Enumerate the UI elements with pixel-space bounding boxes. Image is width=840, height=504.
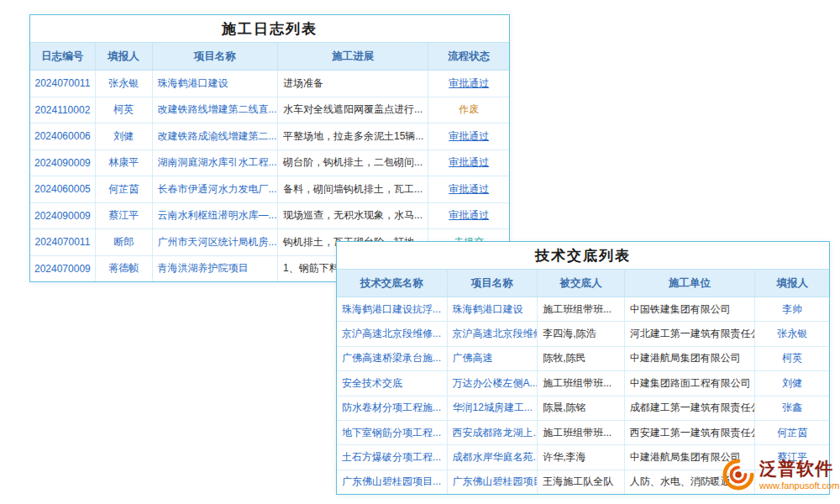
disclosure-reporter-cell: 张永银 (755, 322, 829, 345)
log-status-badge[interactable]: 审批通过 (428, 71, 509, 97)
disclosure-project-link[interactable]: 华润12城房建工... (448, 396, 538, 420)
disclosure-reporter-cell: 刘健 (755, 371, 829, 395)
log-table-row[interactable]: 2024060005 何芷茵 长春市伊通河水力发电厂... 备料，砌间墙钩机排土… (30, 176, 509, 203)
disclosure-receiver-cell: 施工班组带班... (538, 421, 625, 444)
disclosure-header-name: 技术交底名称 (337, 270, 448, 297)
fanpu-logo[interactable]: 泛普软件 www.fanpusoft.com (722, 459, 839, 491)
disclosure-name-link[interactable]: 京沪高速北京段维修... (337, 322, 448, 345)
log-id-cell: 2024090009 (30, 203, 96, 229)
disclosure-name-link[interactable]: 防水卷材分项工程施... (337, 396, 448, 420)
construction-log-title: 施工日志列表 (30, 15, 509, 43)
log-progress-cell: 现场巡查，无积水现象，水马... (278, 203, 428, 229)
log-id-cell: 2024070009 (30, 256, 96, 282)
log-table-row[interactable]: 2024090009 蔡江平 云南水利枢纽潜明水库—... 现场巡查，无积水现象… (30, 203, 509, 230)
disclosure-receiver-cell: 陈晨,陈铭 (538, 396, 625, 420)
log-reporter-cell: 张永银 (96, 71, 153, 97)
log-header-reporter: 填报人 (96, 43, 153, 70)
disclosure-name-link[interactable]: 广东佛山碧桂园项目... (337, 470, 448, 494)
disclosure-reporter-cell: 李帅 (755, 297, 829, 321)
log-status-badge[interactable]: 审批通过 (428, 176, 509, 202)
disclosure-project-link[interactable]: 西安成都路龙湖上... (448, 421, 538, 444)
disclosure-name-link[interactable]: 广佛高速桥梁承台施... (337, 347, 448, 370)
disclosure-unit-cell: 河北建工第一建筑有限责任公司 (625, 322, 755, 345)
log-id-cell: 2024060005 (30, 176, 96, 202)
disclosure-receiver-cell: 李四海,陈浩 (538, 322, 625, 345)
log-project-link[interactable]: 湖南洞庭湖水库引水工程... (153, 150, 278, 176)
disclosure-reporter-cell: 张鑫 (755, 396, 829, 420)
log-reporter-cell: 何芷茵 (96, 176, 153, 202)
disclosure-unit-cell: 中建集团路面工程有限公司 (625, 371, 755, 395)
log-status-badge[interactable]: 审批通过 (428, 123, 509, 150)
disclosure-project-link[interactable]: 京沪高速北京段维修 (448, 322, 538, 345)
log-project-link[interactable]: 改建铁路线增建第二线直... (153, 97, 278, 123)
log-table-row[interactable]: 2024110002 柯英 改建铁路线增建第二线直... 水车对全线遮阳网覆盖点… (30, 97, 509, 124)
log-project-link[interactable]: 青海洪湖养护院项目 (153, 256, 278, 282)
page: 施工日志列表 日志编号 填报人 项目名称 施工进展 流程状态 202407001… (0, 0, 840, 504)
log-project-link[interactable]: 广州市天河区统计局机房... (153, 229, 278, 255)
log-progress-cell: 进场准备 (278, 71, 428, 97)
disclosure-name-link[interactable]: 地下室钢筋分项工程... (337, 421, 448, 444)
fanpu-logo-icon (722, 459, 754, 491)
disclosure-table-row[interactable]: 安全技术交底 万达办公楼左侧A... 施工班组带班... 中建集团路面工程有限公… (337, 371, 829, 396)
log-header-status: 流程状态 (428, 43, 509, 70)
log-id-cell: 2024090009 (30, 150, 96, 176)
log-table-row[interactable]: 2024070011 张永银 珠海鹤港口建设 进场准备 审批通过 (30, 71, 509, 97)
disclosure-header-reporter: 填报人 (755, 270, 829, 297)
log-reporter-cell: 柯英 (96, 97, 153, 123)
disclosure-reporter-cell: 柯英 (755, 347, 829, 370)
disclosure-receiver-cell: 陈牧,陈民 (538, 347, 625, 370)
log-header-id: 日志编号 (30, 43, 96, 70)
log-reporter-cell: 蔡江平 (96, 203, 153, 229)
log-status-badge[interactable]: 审批通过 (428, 203, 509, 229)
fanpu-logo-text: 泛普软件 www.fanpusoft.com (759, 459, 839, 490)
technical-disclosure-panel: 技术交底列表 技术交底名称 项目名称 被交底人 施工单位 填报人 珠海鹤港口建设… (336, 241, 830, 495)
disclosure-receiver-cell: 许华,李海 (538, 445, 625, 469)
disclosure-table-row[interactable]: 珠海鹤港口建设抗浮... 珠海鹤港口建设 施工班组带班... 中国铁建集团有限公… (337, 297, 829, 322)
log-reporter-cell: 林康平 (96, 150, 153, 176)
log-header-progress: 施工进展 (278, 43, 428, 70)
log-progress-cell: 砌台阶，钩机排土，二包砌间... (278, 150, 428, 176)
disclosure-table-row[interactable]: 京沪高速北京段维修... 京沪高速北京段维修 李四海,陈浩 河北建工第一建筑有限… (337, 322, 829, 346)
log-table-row[interactable]: 2024060006 刘健 改建铁路成渝线增建第二... 平整场地，拉走多余泥土… (30, 123, 509, 150)
disclosure-table-row[interactable]: 广佛高速桥梁承台施... 广佛高速 陈牧,陈民 中建港航局集团有限公司 柯英 (337, 347, 829, 371)
disclosure-header-receiver: 被交底人 (538, 270, 625, 297)
disclosure-unit-cell: 西安建工第一建筑有限责任公司 (625, 421, 755, 444)
disclosure-project-link[interactable]: 广佛高速 (448, 347, 538, 370)
technical-disclosure-title: 技术交底列表 (337, 242, 829, 270)
disclosure-name-link[interactable]: 珠海鹤港口建设抗浮... (337, 297, 448, 321)
disclosure-project-link[interactable]: 广东佛山碧桂园项目 (448, 470, 538, 494)
log-table-row[interactable]: 2024090009 林康平 湖南洞庭湖水库引水工程... 砌台阶，钩机排土，二… (30, 150, 509, 177)
log-reporter-cell: 断郎 (96, 229, 153, 255)
disclosure-project-link[interactable]: 珠海鹤港口建设 (448, 297, 538, 321)
log-project-link[interactable]: 珠海鹤港口建设 (153, 71, 278, 97)
log-reporter-cell: 刘健 (96, 123, 153, 150)
disclosure-receiver-cell: 施工班组带班... (538, 371, 625, 395)
log-id-cell: 2024060006 (30, 123, 96, 150)
disclosure-header-project: 项目名称 (448, 270, 538, 297)
disclosure-receiver-cell: 施工班组带班... (538, 297, 625, 321)
disclosure-header-unit: 施工单位 (625, 270, 755, 297)
log-project-link[interactable]: 长春市伊通河水力发电厂... (153, 176, 278, 202)
log-status-badge[interactable]: 审批通过 (428, 150, 509, 176)
log-progress-cell: 水车对全线遮阳网覆盖点进行... (278, 97, 428, 123)
disclosure-receiver-cell: 王海施工队全队 (538, 470, 625, 494)
disclosure-table-header-row: 技术交底名称 项目名称 被交底人 施工单位 填报人 (337, 270, 829, 297)
log-header-project: 项目名称 (153, 43, 278, 70)
disclosure-reporter-cell: 何芷茵 (755, 421, 829, 444)
disclosure-table-row[interactable]: 地下室钢筋分项工程... 西安成都路龙湖上... 施工班组带班... 西安建工第… (337, 421, 829, 445)
log-id-cell: 2024070011 (30, 71, 96, 97)
log-project-link[interactable]: 云南水利枢纽潜明水库—... (153, 203, 278, 229)
log-table-header-row: 日志编号 填报人 项目名称 施工进展 流程状态 (30, 43, 509, 71)
log-status-badge[interactable]: 作废 (428, 97, 509, 123)
disclosure-unit-cell: 中建港航局集团有限公司 (625, 347, 755, 370)
log-project-link[interactable]: 改建铁路成渝线增建第二... (153, 123, 278, 150)
disclosure-table-row[interactable]: 防水卷材分项工程施... 华润12城房建工... 陈晨,陈铭 成都建工第一建筑有… (337, 396, 829, 421)
disclosure-project-link[interactable]: 成都水岸华庭名苑... (448, 445, 538, 469)
disclosure-project-link[interactable]: 万达办公楼左侧A... (448, 371, 538, 395)
disclosure-name-link[interactable]: 安全技术交底 (337, 371, 448, 395)
log-reporter-cell: 蒋德帧 (96, 256, 153, 282)
fanpu-logo-name: 泛普软件 (759, 459, 839, 478)
disclosure-name-link[interactable]: 土石方爆破分项工程... (337, 445, 448, 469)
disclosure-unit-cell: 中国铁建集团有限公司 (625, 297, 755, 321)
fanpu-logo-url[interactable]: www.fanpusoft.com (759, 480, 839, 491)
